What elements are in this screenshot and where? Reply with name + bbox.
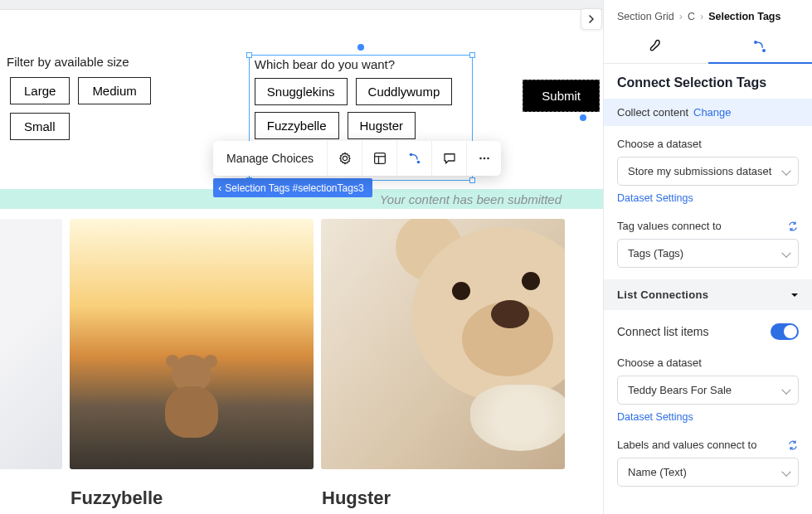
element-toolbar: Manage Choices	[213, 141, 501, 176]
breadcrumb-item[interactable]: C	[688, 11, 695, 22]
list-connections-header[interactable]: List Connections	[604, 279, 812, 310]
comment-icon	[442, 151, 457, 166]
selection-anchor[interactable]	[357, 44, 364, 51]
svg-point-9	[762, 49, 766, 52]
labels-connect-select[interactable]: Name (Text)	[617, 458, 799, 487]
svg-point-3	[409, 153, 412, 157]
layout-icon	[372, 151, 387, 166]
bear-option-fuzzybelle[interactable]: Fuzzybelle	[255, 112, 339, 139]
breadcrumb: Section Grid › C › Selection Tags	[604, 0, 812, 29]
connect-list-label: Connect list items	[617, 325, 708, 338]
svg-rect-0	[374, 153, 385, 164]
product-grid: Fuzzybelle Hugster	[0, 219, 565, 509]
product-title: Fuzzybelle	[71, 487, 314, 509]
selection-handle[interactable]	[246, 52, 252, 58]
breadcrumb-item[interactable]: Section Grid	[617, 11, 674, 22]
labels-connect-label-text: Labels and values connect to	[617, 439, 756, 451]
product-image	[321, 219, 565, 469]
selection-handle[interactable]	[469, 52, 475, 58]
more-icon	[477, 151, 492, 166]
tag-values-select-value: Tags (Tags)	[628, 247, 683, 259]
question-label: Which bear do you want?	[255, 57, 468, 71]
collect-content-change[interactable]: Change	[693, 106, 732, 119]
element-badge[interactable]: Selection Tags #selectionTags3	[213, 178, 372, 197]
breadcrumb-sep: ›	[679, 11, 683, 22]
layout-button[interactable]	[362, 141, 396, 176]
bear-option-hugster[interactable]: Hugster	[348, 112, 416, 139]
panel-title: Connect Selection Tags	[604, 64, 812, 99]
selection-handle[interactable]	[469, 177, 475, 183]
product-title: Hugster	[322, 487, 565, 509]
status-text: Your content has been submitted	[380, 192, 562, 206]
product-image	[70, 219, 314, 469]
chevron-right-icon	[587, 15, 596, 23]
labels-connect-select-value: Name (Text)	[628, 466, 687, 478]
filter-size-label: Filter by available size	[7, 55, 199, 69]
tag-values-label: Tag values connect to	[617, 220, 799, 232]
filter-size-block: Filter by available size Large Medium Sm…	[3, 55, 199, 140]
labels-connect-label: Labels and values connect to	[617, 439, 799, 451]
tag-values-select[interactable]: Tags (Tags)	[617, 239, 799, 268]
element-badge-text: Selection Tags #selectionTags3	[225, 182, 363, 194]
brush-icon	[648, 38, 664, 55]
collect-content-row: Collect content Change	[604, 99, 812, 126]
product-card[interactable]	[0, 219, 62, 509]
selection-anchor[interactable]	[580, 114, 586, 121]
inspector-panel: Section Grid › C › Selection Tags Connec…	[603, 0, 812, 514]
breadcrumb-item-active: Selection Tags	[708, 11, 780, 22]
dataset-settings-link-1[interactable]: Dataset Settings	[617, 192, 693, 204]
dataset-select-1-value: Store my submissions dataset	[628, 165, 771, 177]
editor-canvas: Filter by available size Large Medium Sm…	[0, 10, 603, 514]
submit-button[interactable]: Submit	[523, 80, 600, 112]
connect-icon	[751, 38, 768, 55]
size-option-large[interactable]: Large	[10, 77, 70, 104]
dataset-select-1[interactable]: Store my submissions dataset	[617, 157, 799, 186]
list-connections-label: List Connections	[617, 289, 708, 301]
breadcrumb-sep: ›	[700, 11, 703, 22]
teddy-bear-icon	[154, 355, 229, 438]
svg-point-7	[487, 158, 489, 160]
dataset-select-2-value: Teddy Bears For Sale	[628, 384, 732, 396]
connect-data-button[interactable]	[396, 141, 431, 176]
connect-list-toggle[interactable]	[771, 323, 799, 340]
sync-icon[interactable]	[787, 439, 799, 451]
bear-option-snugglekins[interactable]: Snugglekins	[255, 78, 348, 105]
tab-design[interactable]	[604, 29, 708, 63]
size-option-small[interactable]: Small	[10, 113, 70, 140]
more-button[interactable]	[466, 141, 501, 176]
svg-point-4	[416, 161, 420, 164]
bear-option-cuddlywump[interactable]: Cuddlywump	[356, 78, 453, 105]
svg-point-5	[479, 158, 482, 160]
choose-dataset-label: Choose a dataset	[617, 138, 799, 150]
product-card[interactable]: Hugster	[321, 219, 565, 509]
choose-dataset-label-2: Choose a dataset	[617, 356, 799, 369]
product-image	[0, 219, 62, 469]
teddy-bear-icon	[321, 219, 565, 469]
comments-button[interactable]	[431, 141, 466, 176]
expand-panel-toggle[interactable]	[581, 8, 602, 30]
caret-down-icon	[790, 291, 799, 299]
svg-point-8	[754, 41, 757, 44]
panel-tabs	[604, 29, 812, 64]
collect-content-label: Collect content	[617, 106, 688, 119]
tag-values-label-text: Tag values connect to	[617, 220, 722, 232]
product-card[interactable]: Fuzzybelle	[70, 219, 314, 509]
tab-connect[interactable]	[708, 29, 813, 63]
sync-icon[interactable]	[787, 221, 799, 232]
manage-choices-button[interactable]: Manage Choices	[213, 141, 327, 176]
dataset-settings-link-2[interactable]: Dataset Settings	[617, 411, 693, 423]
gear-icon	[338, 151, 353, 166]
dataset-select-2[interactable]: Teddy Bears For Sale	[617, 376, 799, 405]
svg-point-6	[483, 158, 485, 160]
connect-icon	[407, 151, 422, 166]
settings-button[interactable]	[327, 141, 362, 176]
size-option-medium[interactable]: Medium	[78, 77, 150, 104]
